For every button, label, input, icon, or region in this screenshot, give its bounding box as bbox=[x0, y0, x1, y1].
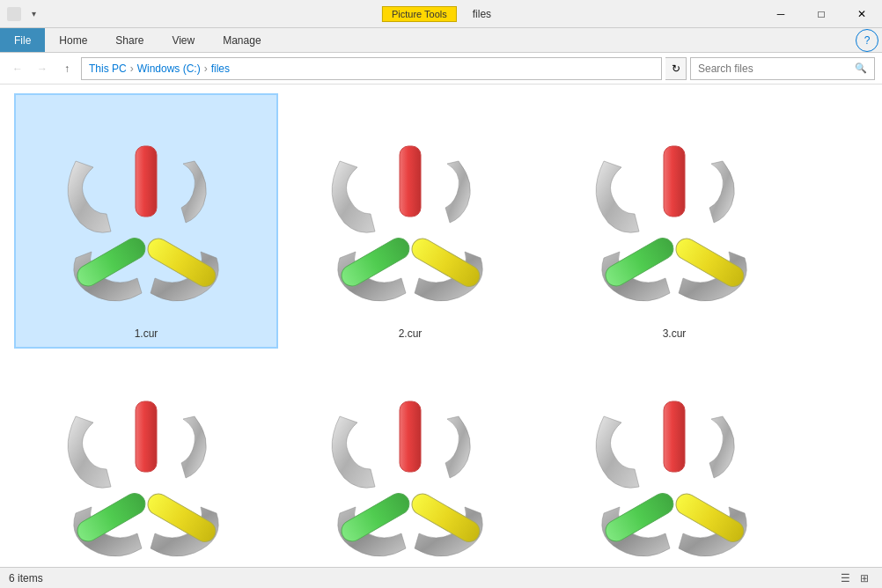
minimize-button[interactable]: ─ bbox=[761, 0, 801, 28]
file-thumb-6 bbox=[569, 368, 780, 579]
folder-icon bbox=[7, 7, 21, 21]
search-input[interactable] bbox=[698, 62, 851, 75]
file-name-label: files bbox=[464, 6, 500, 22]
search-box[interactable]: 🔍 bbox=[690, 57, 875, 80]
tab-home[interactable]: Home bbox=[45, 28, 101, 52]
file-item-6[interactable]: 6.cur bbox=[542, 349, 806, 588]
grid-view-button[interactable]: ⊞ bbox=[856, 570, 873, 587]
app-context-label: Picture Tools bbox=[382, 6, 457, 22]
file-item-5[interactable]: 5.cur bbox=[278, 349, 542, 588]
view-controls: ☰ ⊞ bbox=[836, 570, 873, 587]
file-name-1: 1.cur bbox=[135, 327, 158, 340]
file-thumb-1 bbox=[40, 113, 252, 324]
ribbon: File Home Share View Manage ? bbox=[0, 28, 882, 53]
tab-view[interactable]: View bbox=[158, 28, 209, 52]
svg-rect-9 bbox=[136, 401, 157, 472]
address-path[interactable]: This PC › Windows (C:) › files bbox=[81, 57, 662, 80]
file-item-3[interactable]: 3.cur bbox=[542, 93, 806, 349]
window-controls: ─ □ ✕ bbox=[761, 0, 882, 28]
title-bar: ▾ Picture Tools files ─ □ ✕ bbox=[0, 0, 882, 28]
address-bar: ← → ↑ This PC › Windows (C:) › files ↻ 🔍 bbox=[0, 53, 882, 85]
file-item-1[interactable]: 1.cur bbox=[14, 93, 278, 349]
file-thumb-4 bbox=[40, 368, 252, 579]
file-thumb-2 bbox=[305, 113, 516, 324]
file-grid: 1.cur bbox=[0, 85, 882, 588]
svg-rect-3 bbox=[400, 146, 421, 217]
tab-file[interactable]: File bbox=[0, 28, 45, 52]
file-item-2[interactable]: 2.cur bbox=[278, 93, 542, 349]
back-button[interactable]: ← bbox=[7, 58, 28, 79]
svg-rect-0 bbox=[136, 146, 157, 217]
path-folder: files bbox=[211, 62, 230, 75]
path-drive: Windows (C:) bbox=[137, 62, 201, 75]
list-view-button[interactable]: ☰ bbox=[836, 570, 854, 587]
close-button[interactable]: ✕ bbox=[842, 0, 882, 28]
tab-manage[interactable]: Manage bbox=[209, 28, 275, 52]
svg-rect-12 bbox=[400, 401, 421, 472]
search-icon: 🔍 bbox=[855, 62, 867, 74]
status-bar: 6 items ☰ ⊞ bbox=[0, 567, 882, 588]
refresh-button[interactable]: ↻ bbox=[665, 57, 687, 80]
file-name-3: 3.cur bbox=[663, 327, 687, 340]
up-button[interactable]: ↑ bbox=[56, 58, 77, 79]
file-thumb-3 bbox=[569, 113, 780, 324]
title-bar-left: ▾ bbox=[0, 5, 761, 23]
quick-access-btn[interactable]: ▾ bbox=[25, 5, 42, 23]
help-button[interactable]: ? bbox=[856, 29, 878, 52]
file-thumb-5 bbox=[305, 368, 516, 579]
tab-share[interactable]: Share bbox=[101, 28, 158, 52]
forward-button[interactable]: → bbox=[32, 58, 53, 79]
path-thispc: This PC bbox=[89, 62, 127, 75]
svg-rect-15 bbox=[664, 401, 685, 472]
item-count: 6 items bbox=[9, 572, 43, 584]
maximize-button[interactable]: □ bbox=[801, 0, 842, 28]
svg-rect-6 bbox=[664, 146, 685, 217]
file-item-4[interactable]: 4.cur bbox=[14, 349, 278, 588]
file-name-2: 2.cur bbox=[399, 327, 423, 340]
